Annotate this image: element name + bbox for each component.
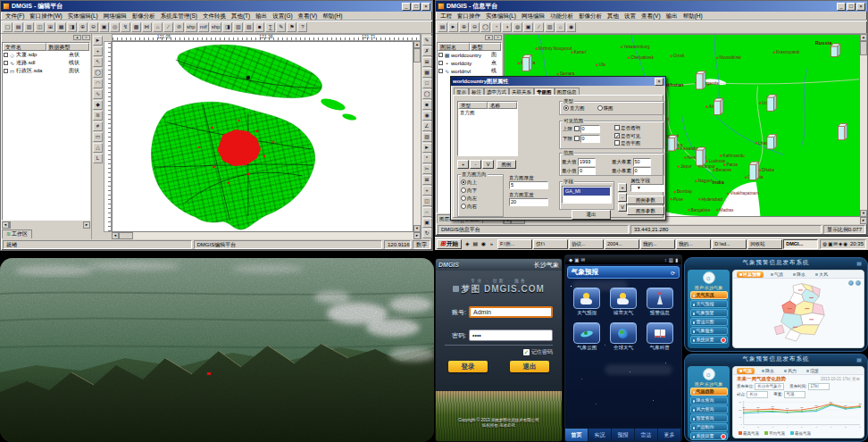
menu-item[interactable]: 其他(T) [229, 13, 253, 21]
sidebar-item[interactable]: 雷达云图 [690, 318, 728, 326]
tool-icon[interactable]: ◆ [93, 100, 103, 110]
bottom-tab[interactable]: 首页 [565, 429, 588, 441]
bottom-tab[interactable]: 实况 [588, 429, 612, 441]
toolbar-icon[interactable]: ⊞ [46, 22, 55, 32]
dialog-tab[interactable]: 关联关系 [509, 88, 534, 95]
menu-icon[interactable]: ▤ [856, 356, 863, 363]
toolbar-icon[interactable]: ? [297, 22, 307, 32]
toolbar-icon[interactable]: ◍ [513, 22, 522, 32]
limit-input[interactable]: 0 [580, 125, 600, 133]
menu-item[interactable]: 系统库管理(S) [158, 13, 200, 21]
menu-item[interactable]: 实体编辑(L) [65, 13, 101, 21]
shanghai-map-canvas[interactable] [112, 41, 413, 232]
direction-option[interactable]: 向下 [461, 187, 500, 195]
column-header[interactable]: 文件名 [3, 43, 46, 51]
tool-icon[interactable]: ∿ [93, 89, 103, 99]
menu-item[interactable]: 设置(G) [270, 13, 295, 21]
toolbar-icon[interactable]: ↯ [121, 22, 130, 32]
menu-item[interactable]: 影像分析 [129, 13, 158, 21]
meta-value[interactable]: 长沙 [747, 391, 768, 398]
sidebar-item[interactable]: 预警查询 [690, 414, 728, 422]
tool-icon[interactable]: ▣ [422, 218, 432, 228]
tool-icon[interactable]: ✎ [422, 36, 432, 46]
toolbar-icon[interactable]: ◎ [110, 22, 120, 32]
tile-box[interactable] [610, 288, 637, 309]
account-input[interactable]: Admin [469, 306, 553, 318]
task-button[interactable]: D:\sd... [712, 239, 747, 249]
panel-tab[interactable]: 湿度 [804, 368, 822, 374]
tile-box[interactable] [647, 322, 673, 344]
menu-item[interactable]: 窗口操作(W) [27, 13, 64, 21]
tool-icon[interactable]: ► [93, 36, 103, 46]
toolbar-icon[interactable]: ◉ [566, 22, 576, 32]
sidebar-item[interactable]: 天气预报 [690, 300, 728, 308]
menu-item[interactable]: 帮助(H) [320, 13, 345, 21]
workspace-tab[interactable]: ≋工作区 [2, 229, 90, 238]
menu-item[interactable]: 网络编辑 [101, 13, 129, 21]
toolbar-icon[interactable]: ◨ [67, 22, 77, 32]
column-header[interactable]: 图层名 [438, 43, 470, 51]
direction-option[interactable]: 向左 [461, 195, 500, 203]
task-button[interactable]: F:\所... [497, 239, 532, 249]
tool-icon[interactable]: L [93, 154, 103, 163]
tool-icon[interactable]: # [93, 121, 103, 131]
tool-icon[interactable]: ↖ [93, 57, 103, 67]
toolbar-icon[interactable]: ⊖ [88, 22, 98, 32]
tool-icon[interactable]: ✂ [422, 164, 432, 174]
panel-tab[interactable]: 气温 [737, 368, 755, 374]
panel-tab[interactable]: 大风 [813, 271, 830, 278]
start-button[interactable]: ⊞开始 [437, 239, 462, 249]
attribute-dropdown[interactable]: ▾ [630, 184, 664, 192]
layer-row[interactable]: ∿worldrivl线 [438, 67, 501, 75]
toolbar-icon[interactable]: ▣ [523, 22, 533, 32]
exit-button[interactable]: 退出 [510, 361, 549, 372]
app-tile[interactable]: 城市天气 [607, 288, 640, 316]
toolbar-icon[interactable]: ◨ [222, 22, 232, 32]
bottom-tab[interactable]: 雷达 [635, 429, 658, 441]
tool-icon[interactable]: ↔ [422, 207, 432, 217]
tray-icon[interactable]: ◈ [839, 241, 842, 246]
app-header[interactable]: 气象预报 ⟳ [567, 266, 680, 279]
tool-icon[interactable]: ◯ [422, 89, 432, 99]
tool-icon[interactable]: ◫ [422, 196, 432, 206]
direction-option[interactable]: 向右 [461, 203, 500, 211]
tray-icon[interactable]: ▣ [828, 241, 832, 246]
layer-row[interactable]: •worldcity点 [438, 59, 501, 67]
toolbar-icon[interactable]: ▢ [3, 22, 13, 32]
bottom-tab[interactable]: 更多 [658, 429, 681, 441]
checkbox-icon[interactable] [574, 136, 580, 141]
visibility-checkbox[interactable] [4, 61, 8, 65]
type-option[interactable]: 饼图 [597, 104, 613, 113]
menu-item[interactable]: 实体编辑(L) [483, 13, 519, 21]
limit-row[interactable]: 上限 0 [563, 124, 614, 134]
field-list[interactable]: GA_MI [562, 186, 612, 204]
district-map-canvas[interactable] [733, 279, 864, 347]
column-header[interactable]: 名称 [488, 102, 517, 109]
dialog-tab[interactable]: 显示 [454, 88, 469, 95]
panel-tab[interactable]: 区县预警 [737, 271, 764, 278]
toolbar-icon[interactable]: ⌂ [153, 22, 163, 32]
refresh-icon[interactable]: ⟳ [671, 270, 675, 276]
menu-item[interactable]: 网络编辑 [519, 13, 547, 21]
remember-checkbox[interactable]: ✓ [523, 349, 530, 355]
titlebar[interactable]: DMGIS - 信息平台 _□× [436, 1, 867, 12]
dialog-tab[interactable]: 选中方式 [484, 88, 509, 95]
sidebar-item[interactable]: 气象预警 [690, 309, 728, 317]
file-row[interactable]: ∿道路.sdl线状 [3, 59, 89, 67]
tool-icon[interactable]: ◠ [93, 79, 103, 88]
legend-button[interactable]: 图例 [497, 160, 516, 169]
toolbar-icon[interactable]: ▣ [99, 22, 109, 32]
tool-icon[interactable]: ◯ [93, 68, 103, 78]
flag-option[interactable]: 是否可见 [614, 132, 661, 140]
tray-icon[interactable]: ◍ [822, 241, 827, 246]
tool-icon[interactable]: + [93, 46, 103, 56]
toolbar-icon[interactable]: ▥ [545, 22, 555, 32]
locate-icon[interactable] [855, 280, 861, 286]
tool-icon[interactable]: ▨ [422, 132, 432, 142]
thickness-input[interactable]: 5 [509, 181, 548, 189]
toolbar-icon[interactable]: ∑ [265, 22, 275, 32]
task-button[interactable]: 协议... [569, 239, 604, 249]
tool-icon[interactable]: ► [422, 143, 432, 153]
menu-item[interactable]: 工程 [438, 13, 455, 21]
tool-icon[interactable]: + [422, 186, 432, 196]
